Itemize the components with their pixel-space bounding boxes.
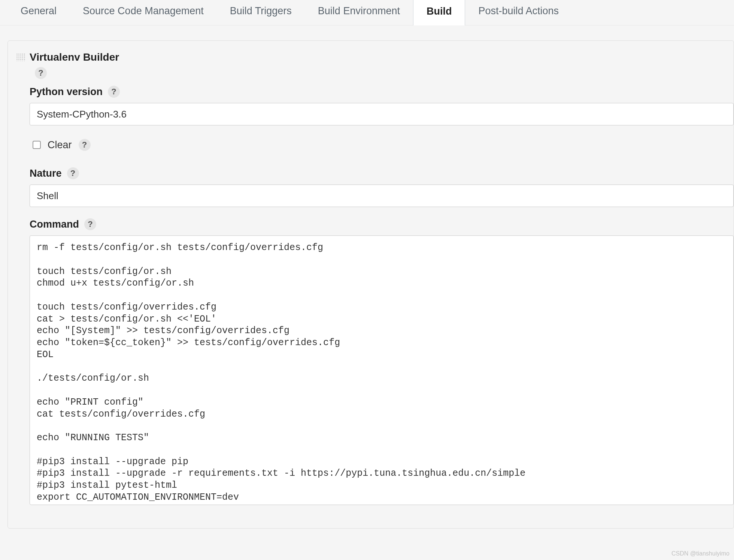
- step-title: Virtualenv Builder: [30, 51, 119, 63]
- tab-build[interactable]: Build: [413, 0, 465, 25]
- tab-build-triggers[interactable]: Build Triggers: [217, 0, 305, 25]
- python-version-label: Python version: [30, 86, 103, 98]
- python-version-field: Python version ?: [16, 86, 734, 125]
- nature-field: Nature ?: [16, 167, 734, 207]
- nature-input[interactable]: [30, 185, 734, 207]
- config-tabs: General Source Code Management Build Tri…: [0, 0, 734, 25]
- help-icon[interactable]: ?: [108, 86, 120, 98]
- tab-scm[interactable]: Source Code Management: [70, 0, 217, 25]
- tab-general[interactable]: General: [7, 0, 70, 25]
- python-version-input[interactable]: [30, 103, 734, 125]
- tab-post-build-actions[interactable]: Post-build Actions: [465, 0, 572, 25]
- help-icon[interactable]: ?: [84, 218, 96, 230]
- virtualenv-builder-step: Virtualenv Builder ? Python version ? Cl…: [7, 40, 734, 529]
- watermark: CSDN @tianshuiyimo: [671, 550, 730, 557]
- command-textarea[interactable]: [30, 235, 734, 505]
- clear-checkbox[interactable]: [33, 141, 41, 149]
- help-icon[interactable]: ?: [79, 139, 91, 151]
- nature-label: Nature: [30, 168, 62, 179]
- help-icon[interactable]: ?: [67, 167, 79, 179]
- help-icon[interactable]: ?: [35, 67, 47, 79]
- step-header: Virtualenv Builder: [16, 51, 734, 63]
- command-label: Command: [30, 219, 79, 230]
- clear-label: Clear: [48, 139, 72, 151]
- command-field: Command ?: [16, 218, 734, 506]
- tab-build-environment[interactable]: Build Environment: [305, 0, 413, 25]
- drag-handle-icon[interactable]: [16, 53, 25, 61]
- build-section: Virtualenv Builder ? Python version ? Cl…: [0, 25, 734, 529]
- clear-field: Clear ?: [16, 139, 734, 151]
